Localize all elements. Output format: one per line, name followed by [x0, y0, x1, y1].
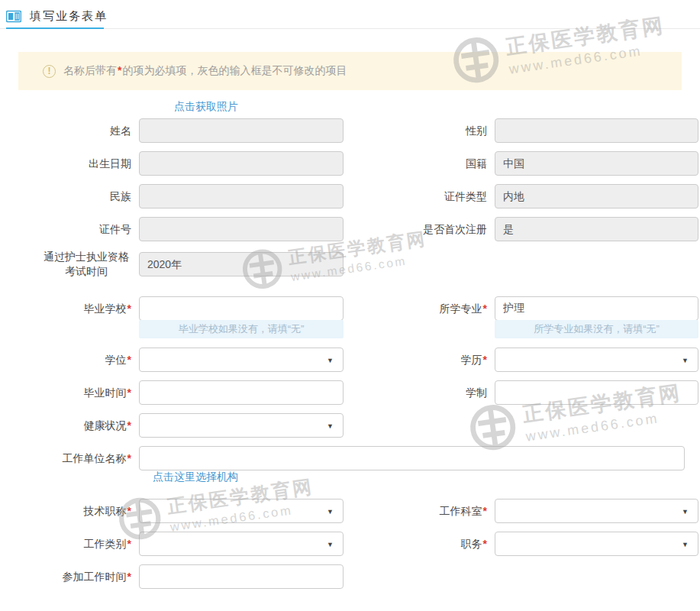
- required-asterisk: *: [127, 302, 131, 315]
- health-select[interactable]: ▼: [139, 413, 344, 438]
- form-row: 点击获取照片: [15, 99, 700, 114]
- form-book-icon: [6, 10, 21, 23]
- required-asterisk: *: [127, 452, 131, 464]
- field-label-birth-date: 出生日期: [15, 157, 131, 171]
- ethnicity-input: [139, 184, 344, 209]
- degree-select[interactable]: ▼: [139, 348, 344, 372]
- required-asterisk: *: [118, 64, 121, 76]
- required-asterisk: *: [127, 386, 131, 399]
- work-start-input[interactable]: [139, 564, 344, 589]
- form-row: 技术职称* ▼ 工作科室* ▼: [15, 499, 700, 523]
- nationality-input: 中国: [495, 151, 698, 176]
- form-row: 参加工作时间*: [15, 564, 700, 589]
- required-asterisk: *: [127, 571, 131, 583]
- required-asterisk: *: [127, 419, 131, 432]
- position-select[interactable]: ▼: [495, 532, 698, 556]
- field-label-schooling: 学制: [357, 386, 487, 400]
- chevron-down-icon: ▼: [682, 348, 689, 373]
- form-row: 工作类别* ▼ 职务* ▼: [15, 532, 700, 556]
- field-label-ethnicity: 民族: [15, 189, 131, 204]
- page-header: 填写业务表单: [0, 0, 700, 29]
- tech-title-select[interactable]: ▼: [139, 499, 344, 523]
- field-label-work-category: 工作类别*: [15, 537, 131, 551]
- work-unit-input[interactable]: [139, 446, 685, 470]
- required-asterisk: *: [483, 354, 487, 366]
- form-row: 毕业学校* 所学专业*: [15, 296, 700, 321]
- field-label-major: 所学专业*: [357, 302, 487, 316]
- title-accent-underline: [6, 27, 104, 29]
- field-label-exam-time: 通过护士执业资格考试时间: [15, 250, 131, 279]
- field-label-grad-time: 毕业时间*: [15, 386, 131, 400]
- department-select[interactable]: ▼: [495, 499, 698, 523]
- notice-text: 名称后带有*的项为必填项，灰色的输入框是不可修改的项目: [63, 64, 347, 78]
- field-label-nationality: 国籍: [357, 157, 487, 171]
- field-label-department: 工作科室*: [357, 504, 487, 519]
- field-label-position: 职务*: [357, 537, 487, 551]
- field-label-work-unit: 工作单位名称*: [15, 451, 131, 466]
- form-row: 学位* ▼ 学历* ▼: [15, 348, 700, 372]
- school-hint: 毕业学校如果没有，请填“无”: [139, 320, 344, 338]
- page-title: 填写业务表单: [30, 9, 108, 24]
- form-row: 工作单位名称*: [15, 446, 700, 470]
- business-form: 点击获取照片 姓名 性别 出生日期 国籍 中国: [0, 90, 700, 589]
- form-row: 出生日期 国籍 中国: [15, 151, 700, 176]
- field-label-work-start: 参加工作时间*: [15, 570, 131, 584]
- form-row: 健康状况* ▼: [15, 413, 700, 438]
- chevron-down-icon: ▼: [327, 348, 334, 373]
- field-label-degree: 学位*: [15, 353, 131, 367]
- field-label-tech-title: 技术职称*: [15, 504, 131, 519]
- warning-circle-icon: !: [43, 65, 56, 78]
- form-row: 通过护士执业资格考试时间 2020年: [15, 250, 700, 279]
- first-reg-input: 是: [495, 217, 698, 241]
- form-row: 证件号 是否首次注册 是: [15, 217, 700, 241]
- choose-org-link[interactable]: 点击这里选择机构: [153, 470, 238, 484]
- field-label-school: 毕业学校*: [15, 302, 131, 316]
- required-asterisk: *: [127, 538, 131, 550]
- major-input[interactable]: [495, 296, 698, 321]
- field-label-education: 学历*: [357, 353, 487, 367]
- chevron-down-icon: ▼: [327, 414, 334, 438]
- field-label-cert-no: 证件号: [15, 222, 131, 237]
- form-row: 姓名 性别: [15, 118, 700, 143]
- field-label-gender: 性别: [357, 124, 487, 138]
- chevron-down-icon: ▼: [682, 532, 689, 557]
- notice-bar: ! 名称后带有*的项为必填项，灰色的输入框是不可修改的项目: [18, 52, 682, 90]
- required-asterisk: *: [127, 505, 131, 517]
- grad-time-input[interactable]: [139, 380, 344, 405]
- cert-type-input: 内地: [495, 184, 698, 209]
- schooling-input[interactable]: [495, 380, 698, 405]
- get-photo-link[interactable]: 点击获取照片: [174, 100, 238, 114]
- field-label-cert-type: 证件类型: [357, 189, 487, 204]
- required-asterisk: *: [483, 538, 487, 550]
- required-asterisk: *: [483, 505, 487, 517]
- school-input[interactable]: [139, 296, 344, 321]
- chevron-down-icon: ▼: [327, 499, 334, 524]
- work-category-select[interactable]: ▼: [139, 532, 344, 556]
- field-label-first-reg: 是否首次注册: [357, 222, 487, 237]
- field-label-health: 健康状况*: [15, 419, 131, 433]
- chevron-down-icon: ▼: [682, 499, 689, 524]
- education-select[interactable]: ▼: [495, 348, 698, 372]
- form-row: 民族 证件类型 内地: [15, 184, 700, 209]
- major-hint: 所学专业如果没有，请填“无”: [495, 320, 698, 338]
- chevron-down-icon: ▼: [327, 532, 334, 557]
- gender-input: [495, 118, 698, 143]
- name-input: [139, 118, 344, 143]
- required-asterisk: *: [127, 354, 131, 366]
- cert-no-input: [139, 217, 344, 241]
- exam-time-input: 2020年: [139, 252, 344, 276]
- form-row: 毕业时间* 学制: [15, 380, 700, 405]
- required-asterisk: *: [483, 302, 487, 315]
- page: 填写业务表单 ! 名称后带有*的项为必填项，灰色的输入框是不可修改的项目 点击获…: [0, 0, 700, 611]
- field-label-name: 姓名: [15, 124, 131, 138]
- form-row: 点击这里选择机构: [15, 470, 700, 484]
- birth-date-input: [139, 151, 344, 176]
- form-row: 毕业学校如果没有，请填“无” 所学专业如果没有，请填“无”: [15, 320, 700, 338]
